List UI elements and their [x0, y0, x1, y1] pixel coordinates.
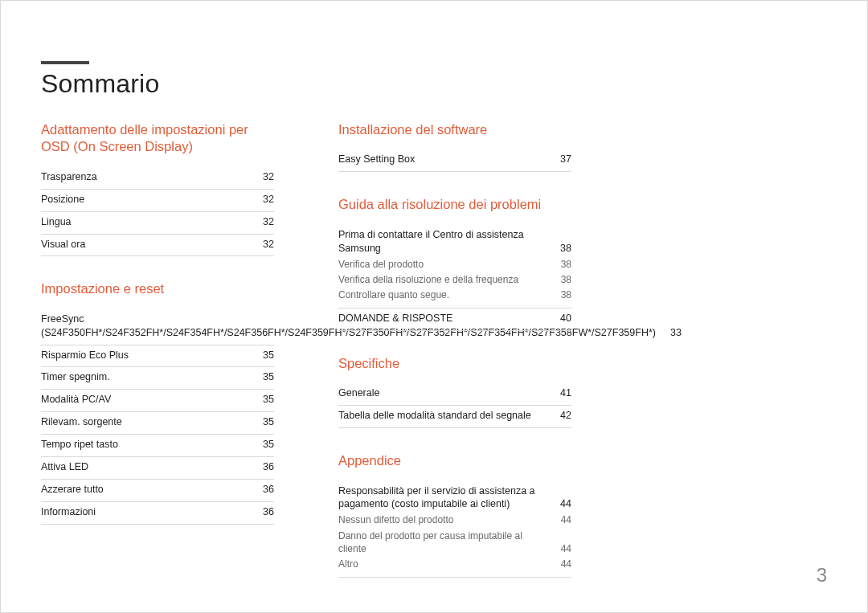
- toc-entry-page: 33: [670, 326, 682, 340]
- toc-entry-page: 44: [560, 497, 571, 511]
- toc-entry-page: 35: [263, 438, 274, 452]
- toc-section-title[interactable]: Adattamento delle impostazioni per OSD (…: [41, 121, 274, 156]
- toc-entry-page: 36: [263, 505, 274, 519]
- toc-entry-label: Posizione: [41, 193, 263, 206]
- toc-columns: Adattamento delle impostazioni per OSD (…: [41, 121, 837, 602]
- toc-entry[interactable]: Tempo ripet tasto35: [41, 435, 274, 457]
- toc-entry[interactable]: FreeSync (S24F350FH*/S24F352FH*/S24F354F…: [41, 309, 274, 345]
- toc-entry-label: Risparmio Eco Plus: [41, 349, 263, 362]
- toc-column: Adattamento delle impostazioni per OSD (…: [41, 121, 274, 602]
- toc-subentry-page: 44: [561, 513, 571, 526]
- toc-entry-group: Prima di contattare il Centro di assiste…: [338, 225, 571, 309]
- page-title: Sommario: [41, 69, 159, 99]
- toc-entry-label: Lingua: [41, 215, 263, 229]
- toc-entry[interactable]: Tabella delle modalità standard del segn…: [338, 406, 571, 428]
- toc-entry-page: 41: [560, 386, 571, 400]
- toc-section: Adattamento delle impostazioni per OSD (…: [41, 121, 274, 256]
- toc-entry[interactable]: Timer spegnim.35: [41, 367, 274, 390]
- toc-section-title[interactable]: Guida alla risoluzione dei problemi: [338, 196, 571, 213]
- toc-entry[interactable]: DOMANDE & RISPOSTE40: [338, 309, 571, 331]
- toc-entry-page: 32: [263, 215, 274, 229]
- toc-entry-label: Informazioni: [41, 505, 263, 519]
- toc-entry-page: 36: [263, 460, 274, 474]
- toc-subentry[interactable]: Verifica del prodotto38: [338, 257, 571, 272]
- toc-entry-page: 37: [560, 153, 571, 166]
- toc-subentry-page: 38: [561, 288, 571, 301]
- toc-entry-page: 32: [263, 193, 274, 206]
- toc-entry-label: Trasparenza: [41, 170, 263, 184]
- toc-entry[interactable]: Responsabilità per il servizio di assist…: [338, 484, 571, 513]
- toc-subentry-label: Nessun difetto del prodotto: [338, 513, 561, 526]
- toc-entry-label: Generale: [338, 386, 560, 400]
- toc-entry-label: Timer spegnim.: [41, 370, 263, 384]
- toc-entry[interactable]: Azzerare tutto36: [41, 480, 274, 502]
- toc-section-title[interactable]: Installazione del software: [338, 121, 571, 138]
- toc-section-title[interactable]: Impostazione e reset: [41, 280, 274, 297]
- toc-entry-page: 32: [263, 238, 274, 251]
- toc-entry[interactable]: Easy Setting Box37: [338, 149, 571, 172]
- toc-column: Installazione del softwareEasy Setting B…: [338, 121, 571, 602]
- toc-section-title[interactable]: Appendice: [338, 452, 571, 469]
- toc-entry[interactable]: Trasparenza32: [41, 167, 274, 190]
- toc-subentry-label: Verifica del prodotto: [338, 258, 561, 271]
- toc-entry-page: 36: [263, 483, 274, 497]
- toc-entry[interactable]: Informazioni36: [41, 502, 274, 525]
- toc-entry-page: 42: [560, 409, 571, 423]
- toc-entry[interactable]: Prima di contattare il Centro di assiste…: [338, 228, 571, 257]
- toc-subentry-page: 38: [561, 273, 571, 286]
- toc-subentry[interactable]: Altro44: [338, 557, 571, 572]
- toc-entry-label: Visual ora: [41, 238, 263, 251]
- toc-entry-group: Responsabilità per il servizio di assist…: [338, 481, 571, 578]
- toc-entry-label: Responsabilità per il servizio di assist…: [338, 484, 560, 512]
- toc-section: Installazione del softwareEasy Setting B…: [338, 121, 571, 172]
- toc-subentry-label: Altro: [338, 558, 561, 570]
- toc-entry-label: Rilevam. sorgente: [41, 415, 263, 429]
- page-number: 3: [817, 564, 827, 586]
- toc-entry[interactable]: Rilevam. sorgente35: [41, 412, 274, 435]
- toc-subentry-page: 44: [561, 542, 571, 555]
- toc-entry[interactable]: Posizione32: [41, 190, 274, 212]
- toc-section: Impostazione e resetFreeSync (S24F350FH*…: [41, 280, 274, 524]
- toc-entry-label: Azzerare tutto: [41, 483, 263, 497]
- toc-entry-label: Prima di contattare il Centro di assiste…: [338, 228, 560, 255]
- toc-subentry-label: Controllare quanto segue.: [338, 288, 561, 301]
- toc-entry-label: Tempo ripet tasto: [41, 438, 263, 452]
- toc-entry-page: 32: [263, 170, 274, 184]
- toc-entry-label: Modalità PC/AV: [41, 393, 263, 407]
- toc-entry[interactable]: Risparmio Eco Plus35: [41, 345, 274, 368]
- toc-subentry[interactable]: Nessun difetto del prodotto44: [338, 513, 571, 528]
- toc-entry-label: Easy Setting Box: [338, 153, 560, 166]
- toc-entry-page: 35: [263, 415, 274, 429]
- toc-entry[interactable]: Visual ora32: [41, 235, 274, 257]
- toc-entry[interactable]: Generale41: [338, 383, 571, 406]
- toc-entry-label: Attiva LED: [41, 460, 263, 474]
- toc-entry-page: 35: [263, 349, 274, 362]
- toc-section: AppendiceResponsabilità per il servizio …: [338, 452, 571, 578]
- toc-subentry[interactable]: Verifica della risoluzione e della frequ…: [338, 272, 571, 288]
- toc-subentry[interactable]: Controllare quanto segue.38: [338, 288, 571, 303]
- toc-entry-page: 35: [263, 393, 274, 407]
- toc-subentry-label: Verifica della risoluzione e della frequ…: [338, 273, 561, 286]
- toc-entry[interactable]: Attiva LED36: [41, 457, 274, 480]
- toc-section: SpecificheGenerale41Tabella delle modali…: [338, 355, 571, 428]
- toc-section: Guida alla risoluzione dei problemiPrima…: [338, 196, 571, 331]
- toc-entry-page: 35: [263, 370, 274, 384]
- toc-entry-page: 38: [560, 242, 571, 255]
- title-rule: [41, 61, 89, 64]
- toc-subentry-page: 44: [561, 558, 571, 570]
- toc-subentry-page: 38: [561, 258, 571, 271]
- toc-entry-label: Tabella delle modalità standard del segn…: [338, 409, 560, 423]
- toc-entry[interactable]: Modalità PC/AV35: [41, 390, 274, 412]
- toc-entry-page: 40: [560, 312, 571, 325]
- toc-entry[interactable]: Lingua32: [41, 212, 274, 235]
- page: Sommario Adattamento delle impostazioni …: [0, 0, 868, 613]
- toc-entry-label: DOMANDE & RISPOSTE: [338, 312, 560, 325]
- toc-section-title[interactable]: Specifiche: [338, 355, 571, 372]
- toc-subentry-label: Danno del prodotto per causa imputabile …: [338, 529, 561, 555]
- toc-subentry[interactable]: Danno del prodotto per causa imputabile …: [338, 529, 571, 557]
